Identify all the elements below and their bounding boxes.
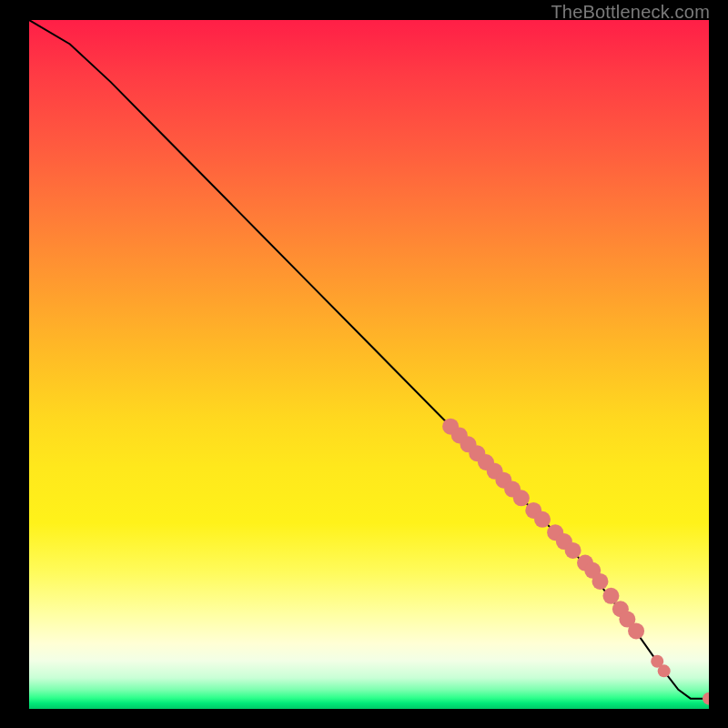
data-point	[534, 511, 551, 528]
data-point	[628, 622, 644, 639]
data-point	[565, 542, 581, 559]
data-point	[513, 490, 530, 506]
plot-area	[29, 20, 709, 709]
chart-svg	[29, 20, 709, 709]
data-point	[592, 573, 608, 590]
data-point	[602, 588, 619, 604]
points-layer	[442, 419, 709, 705]
watermark-text: TheBottleneck.com	[551, 2, 710, 23]
data-point	[703, 693, 709, 705]
chart-stage: TheBottleneck.com	[0, 0, 728, 728]
data-point	[658, 664, 671, 677]
